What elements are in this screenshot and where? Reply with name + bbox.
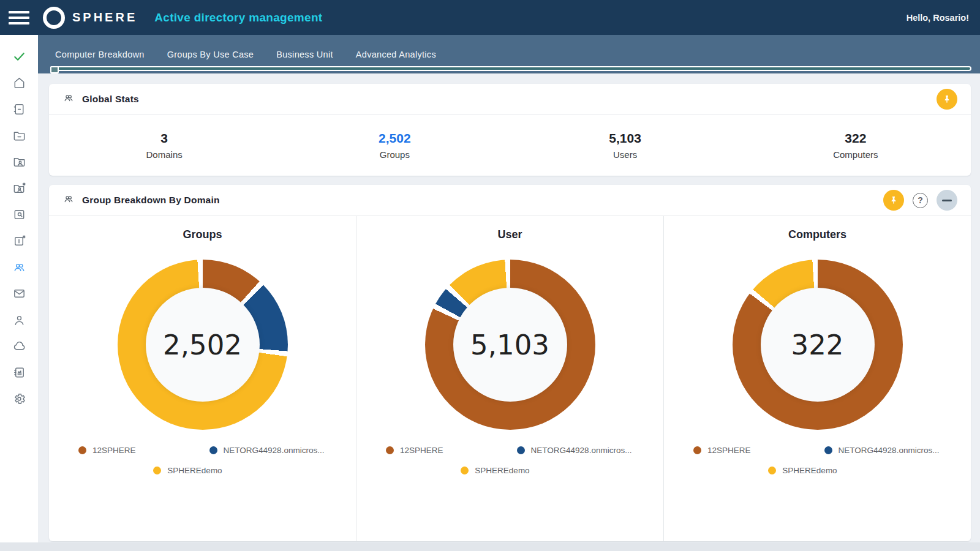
collapse-button[interactable] bbox=[937, 190, 957, 211]
people-icon bbox=[62, 193, 75, 208]
charts-row: Groups 2,502 12SPHERENETORG44928.onmicro… bbox=[49, 216, 971, 541]
group-breakdown-title: Group Breakdown By Domain bbox=[82, 195, 220, 206]
legend-dot bbox=[153, 467, 161, 474]
cloud-icon[interactable] bbox=[6, 333, 32, 359]
legend-label: NETORG44928.onmicros... bbox=[531, 446, 632, 455]
stats-row: 3Domains2,502Groups5,103Users322Computer… bbox=[49, 115, 971, 176]
mail-icon[interactable] bbox=[6, 280, 32, 307]
stat-label: Groups bbox=[279, 149, 510, 160]
legend-label: 12SPHERE bbox=[400, 446, 443, 455]
people-icon bbox=[62, 92, 75, 107]
legend-item-netorg44928-onmicros[interactable]: NETORG44928.onmicros... bbox=[824, 446, 949, 455]
global-stats-card: Global Stats 3Domains2,502Groups5,103Use… bbox=[49, 84, 971, 176]
legend-dot bbox=[768, 467, 776, 474]
legend-dot bbox=[78, 446, 86, 454]
legend-label: NETORG44928.onmicros... bbox=[839, 446, 940, 455]
check-icon[interactable] bbox=[6, 43, 32, 70]
code-box-star-icon[interactable] bbox=[6, 228, 32, 254]
brand-name: SPHERE bbox=[72, 10, 137, 24]
main-content: Global Stats 3Domains2,502Groups5,103Use… bbox=[38, 73, 980, 541]
help-button[interactable]: ? bbox=[913, 193, 928, 208]
donut-hole: 5,103 bbox=[453, 288, 567, 402]
pin-icon bbox=[889, 195, 899, 205]
stat-domains: 3Domains bbox=[49, 131, 279, 160]
stat-users: 5,103Users bbox=[510, 131, 741, 160]
donut-hole: 322 bbox=[761, 288, 875, 402]
chart-title: Groups bbox=[49, 228, 356, 241]
tabs: Computer BreakdownGroups By Use CaseBusi… bbox=[38, 35, 980, 59]
user-icon[interactable] bbox=[6, 307, 32, 333]
tab-computer-breakdown[interactable]: Computer Breakdown bbox=[55, 50, 145, 59]
donut-center-value: 2,502 bbox=[163, 329, 242, 361]
chart-legend: 12SPHERENETORG44928.onmicros...SPHEREdem… bbox=[386, 446, 641, 475]
report-icon[interactable] bbox=[6, 359, 32, 386]
horizontal-scrollbar[interactable] bbox=[50, 66, 971, 71]
box-search-icon[interactable] bbox=[6, 201, 32, 228]
chart-legend: 12SPHERENETORG44928.onmicros...SPHEREdem… bbox=[693, 446, 949, 475]
stat-groups: 2,502Groups bbox=[279, 131, 510, 160]
donut-center-value: 322 bbox=[791, 329, 844, 361]
legend-label: SPHEREdemo bbox=[475, 466, 529, 475]
pin-button[interactable] bbox=[937, 89, 957, 110]
directory-book-minus-icon[interactable] bbox=[6, 96, 32, 122]
legend-label: SPHEREdemo bbox=[782, 466, 837, 475]
legend-label: NETORG44928.onmicros... bbox=[224, 446, 325, 455]
chart-column-computers: Computers 322 12SPHERENETORG44928.onmicr… bbox=[664, 216, 971, 541]
folder-user-icon[interactable] bbox=[6, 149, 32, 175]
legend-dot bbox=[209, 446, 217, 454]
legend-item-12sphere[interactable]: 12SPHERE bbox=[78, 446, 209, 455]
donut-chart[interactable]: 5,103 bbox=[425, 260, 595, 430]
legend-item-spheredemo[interactable]: SPHEREdemo bbox=[768, 466, 837, 475]
legend-label: 12SPHERE bbox=[707, 446, 751, 455]
stat-value: 5,103 bbox=[510, 131, 741, 146]
stat-value[interactable]: 2,502 bbox=[279, 131, 510, 146]
hamburger-menu-icon[interactable] bbox=[9, 11, 29, 24]
group-breakdown-card: Group Breakdown By Domain ? Groups 2,502… bbox=[49, 185, 971, 541]
settings-gear-icon[interactable] bbox=[6, 386, 32, 412]
chart-title: Computers bbox=[664, 228, 971, 241]
folder-user-star-icon[interactable] bbox=[6, 175, 32, 201]
legend-label: SPHEREdemo bbox=[167, 466, 222, 475]
legend-dot bbox=[693, 446, 701, 454]
legend-dot bbox=[461, 467, 469, 474]
global-stats-title: Global Stats bbox=[82, 94, 139, 105]
stat-value: 322 bbox=[741, 131, 971, 146]
legend-item-12sphere[interactable]: 12SPHERE bbox=[386, 446, 517, 455]
tab-groups-by-use-case[interactable]: Groups By Use Case bbox=[167, 50, 254, 59]
global-stats-header: Global Stats bbox=[49, 84, 971, 115]
pin-button[interactable] bbox=[883, 190, 904, 211]
tabbar: Computer BreakdownGroups By Use CaseBusi… bbox=[38, 35, 980, 73]
legend-item-spheredemo[interactable]: SPHEREdemo bbox=[153, 466, 222, 475]
legend-item-spheredemo[interactable]: SPHEREdemo bbox=[461, 466, 529, 475]
tab-advanced-analytics[interactable]: Advanced Analytics bbox=[356, 50, 436, 59]
donut-chart[interactable]: 322 bbox=[733, 260, 903, 430]
donut-chart[interactable]: 2,502 bbox=[118, 260, 288, 430]
bottom-scroll-area[interactable] bbox=[0, 542, 980, 551]
stat-computers: 322Computers bbox=[741, 131, 971, 160]
legend-dot bbox=[517, 446, 525, 454]
chart-column-user: User 5,103 12SPHERENETORG44928.onmicros.… bbox=[356, 216, 664, 541]
question-mark-icon: ? bbox=[918, 196, 923, 204]
legend-item-12sphere[interactable]: 12SPHERE bbox=[693, 446, 824, 455]
chart-title: User bbox=[356, 228, 663, 241]
home-icon[interactable] bbox=[6, 70, 32, 96]
donut-hole: 2,502 bbox=[146, 288, 260, 402]
tab-business-unit[interactable]: Business Unit bbox=[276, 50, 333, 59]
sphere-logo-icon bbox=[43, 7, 65, 29]
donut-center-value: 5,103 bbox=[470, 329, 549, 361]
groups-icon[interactable] bbox=[6, 254, 32, 280]
page-title: Active directory management bbox=[154, 11, 322, 24]
legend-item-netorg44928-onmicros[interactable]: NETORG44928.onmicros... bbox=[209, 446, 334, 455]
chart-legend: 12SPHERENETORG44928.onmicros...SPHEREdem… bbox=[78, 446, 334, 475]
stat-value: 3 bbox=[49, 131, 279, 146]
topbar: SPHERE Active directory management Hello… bbox=[0, 0, 980, 35]
pin-icon bbox=[942, 94, 952, 104]
stat-label: Users bbox=[510, 149, 741, 160]
legend-dot bbox=[386, 446, 394, 454]
legend-label: 12SPHERE bbox=[92, 446, 136, 455]
folder-minus-icon[interactable] bbox=[6, 122, 32, 149]
legend-item-netorg44928-onmicros[interactable]: NETORG44928.onmicros... bbox=[517, 446, 641, 455]
group-breakdown-header: Group Breakdown By Domain ? bbox=[49, 185, 971, 216]
stat-label: Computers bbox=[741, 149, 971, 160]
sidebar bbox=[0, 35, 38, 551]
